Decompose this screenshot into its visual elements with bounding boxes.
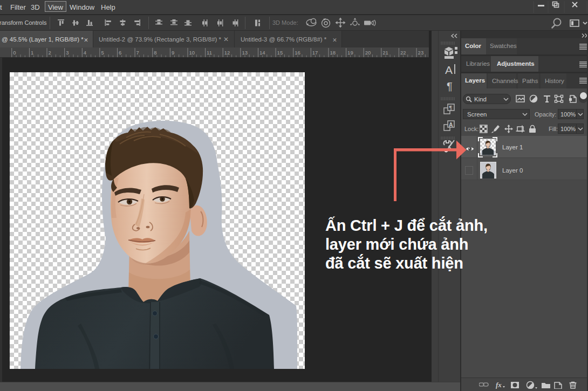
svg-text:17: 17	[312, 50, 318, 56]
svg-text:4: 4	[84, 50, 86, 56]
svg-text:A: A	[449, 121, 453, 128]
svg-text:7: 7	[136, 50, 139, 56]
svg-text:¶: ¶	[447, 80, 453, 92]
svg-text:10: 10	[189, 50, 195, 56]
svg-text:6: 6	[119, 50, 121, 56]
svg-text:9: 9	[172, 50, 174, 56]
svg-text:22: 22	[400, 50, 406, 56]
svg-text:fx: fx	[496, 381, 502, 389]
svg-text:15: 15	[277, 50, 283, 56]
svg-text:11: 11	[207, 50, 212, 56]
svg-text:3: 3	[66, 50, 69, 56]
svg-text:8: 8	[154, 50, 156, 56]
svg-text:A: A	[445, 64, 453, 76]
svg-text:18: 18	[330, 50, 336, 56]
svg-text:12: 12	[224, 50, 230, 56]
svg-text:23: 23	[418, 50, 424, 56]
svg-text:¶: ¶	[449, 105, 453, 111]
svg-text:2: 2	[49, 50, 51, 56]
svg-text:0: 0	[13, 50, 16, 56]
svg-text:19: 19	[347, 50, 353, 56]
svg-text:21: 21	[382, 50, 388, 56]
svg-text:5: 5	[101, 50, 104, 56]
svg-text:20: 20	[365, 50, 371, 56]
svg-text:16: 16	[295, 50, 300, 56]
svg-text:13: 13	[242, 50, 248, 56]
svg-text:1: 1	[31, 50, 33, 56]
svg-text:14: 14	[259, 50, 265, 56]
